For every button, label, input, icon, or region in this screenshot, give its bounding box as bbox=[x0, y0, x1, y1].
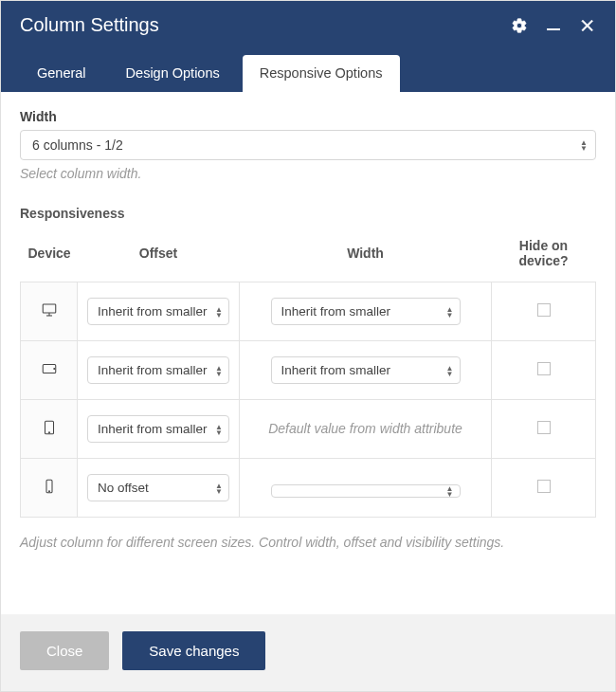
dialog-actions bbox=[511, 17, 596, 34]
caret-icon: ▲▼ bbox=[580, 140, 588, 151]
svg-point-6 bbox=[48, 432, 49, 433]
dialog-header: Column Settings General Design Options R… bbox=[1, 1, 615, 92]
hide-checkbox[interactable] bbox=[537, 421, 551, 434]
width-default-text: Default value from width attribute bbox=[268, 421, 462, 436]
desktop-icon bbox=[41, 306, 58, 321]
width-cell-select[interactable]: ▲▼ bbox=[271, 484, 461, 498]
column-settings-dialog: Column Settings General Design Options R… bbox=[0, 0, 616, 692]
tabs: General Design Options Responsive Option… bbox=[1, 44, 615, 92]
table-row: Inherit from smaller ▲▼ Inherit from sma… bbox=[21, 341, 596, 400]
caret-icon: ▲▼ bbox=[215, 306, 223, 317]
svg-point-8 bbox=[48, 491, 49, 492]
table-row: Inherit from smaller ▲▼ Inherit from sma… bbox=[21, 282, 596, 341]
width-select[interactable]: 6 columns - 1/2 ▲▼ bbox=[20, 130, 596, 160]
close-button[interactable]: Close bbox=[20, 631, 109, 670]
dialog-body: Width 6 columns - 1/2 ▲▼ Select column w… bbox=[1, 92, 615, 614]
responsiveness-label: Responsiveness bbox=[20, 206, 596, 221]
phone-icon bbox=[41, 483, 58, 498]
col-offset: Offset bbox=[78, 232, 240, 282]
responsiveness-helper: Adjust column for different screen sizes… bbox=[20, 535, 596, 563]
tab-responsive-options[interactable]: Responsive Options bbox=[243, 55, 400, 92]
title-row: Column Settings bbox=[1, 1, 615, 44]
close-icon[interactable] bbox=[579, 17, 596, 34]
caret-icon: ▲▼ bbox=[446, 306, 454, 317]
col-device: Device bbox=[21, 232, 78, 282]
tab-design-options[interactable]: Design Options bbox=[109, 55, 237, 92]
width-cell-select[interactable]: Inherit from smaller ▲▼ bbox=[271, 298, 461, 325]
table-row: No offset ▲▼ ▲▼ bbox=[21, 459, 596, 518]
caret-icon: ▲▼ bbox=[446, 485, 454, 496]
caret-icon: ▲▼ bbox=[215, 424, 223, 434]
gear-icon[interactable] bbox=[511, 17, 528, 34]
offset-select[interactable]: Inherit from smaller ▲▼ bbox=[87, 356, 229, 384]
width-cell-select[interactable]: Inherit from smaller ▲▼ bbox=[271, 356, 461, 384]
col-width: Width bbox=[240, 232, 492, 282]
offset-select[interactable]: Inherit from smaller ▲▼ bbox=[87, 415, 229, 443]
dialog-title: Column Settings bbox=[20, 14, 159, 36]
offset-select[interactable]: Inherit from smaller ▲▼ bbox=[87, 298, 229, 325]
responsiveness-table: Device Offset Width Hide on device? bbox=[20, 232, 596, 518]
hide-checkbox[interactable] bbox=[537, 303, 551, 317]
caret-icon: ▲▼ bbox=[215, 365, 223, 375]
tablet-icon bbox=[41, 424, 58, 439]
col-hide: Hide on device? bbox=[492, 232, 596, 282]
width-select-value: 6 columns - 1/2 bbox=[32, 137, 123, 153]
dialog-footer: Close Save changes bbox=[1, 614, 615, 691]
offset-select[interactable]: No offset ▲▼ bbox=[87, 474, 229, 501]
width-label: Width bbox=[20, 109, 596, 124]
caret-icon: ▲▼ bbox=[215, 483, 223, 493]
hide-checkbox[interactable] bbox=[537, 362, 551, 375]
svg-rect-0 bbox=[43, 304, 56, 313]
save-button[interactable]: Save changes bbox=[122, 631, 265, 670]
tablet-landscape-icon bbox=[41, 365, 58, 380]
tab-general[interactable]: General bbox=[20, 55, 103, 92]
caret-icon: ▲▼ bbox=[446, 365, 454, 375]
width-helper: Select column width. bbox=[20, 166, 596, 181]
minimize-icon[interactable] bbox=[545, 17, 562, 34]
table-row: Inherit from smaller ▲▼ Default value fr… bbox=[21, 400, 596, 459]
svg-point-4 bbox=[53, 369, 54, 370]
hide-checkbox[interactable] bbox=[537, 480, 551, 493]
